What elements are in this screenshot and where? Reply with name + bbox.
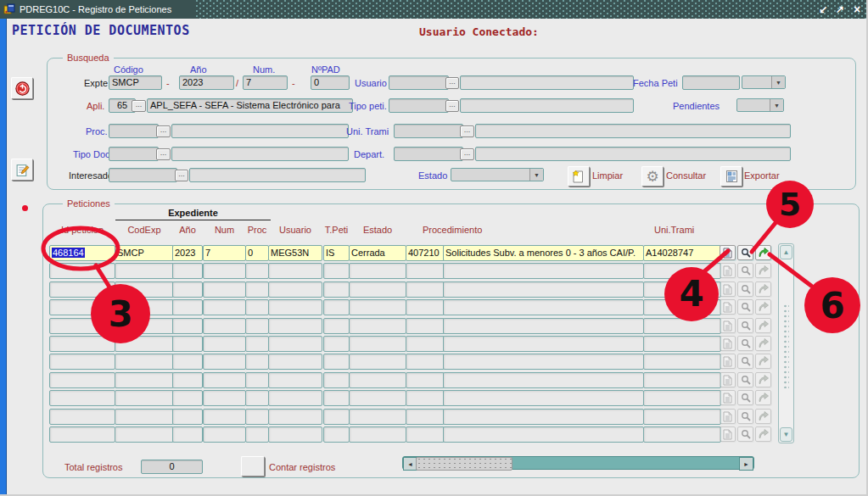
- peticiones-cell-anio[interactable]: [172, 409, 203, 425]
- peticiones-cell-procedimiento[interactable]: [443, 390, 644, 406]
- peticiones-cell-id[interactable]: [49, 318, 115, 334]
- peticiones-cell-codexp[interactable]: [115, 426, 174, 443]
- chevron-down-icon[interactable]: ▼: [529, 169, 543, 181]
- expte-anio-field[interactable]: 2023: [179, 75, 234, 90]
- pendientes-dropdown[interactable]: ▼: [736, 98, 784, 112]
- peticiones-cell-codexp[interactable]: [115, 409, 174, 425]
- peticiones-cell-proc_code[interactable]: [406, 426, 445, 443]
- usuario-code-field[interactable]: [389, 75, 449, 90]
- peticiones-cell-num[interactable]: [203, 426, 246, 443]
- peticiones-cell-uni_trami[interactable]: [643, 263, 721, 279]
- edit-notes-button[interactable]: [11, 159, 33, 181]
- peticiones-cell-id[interactable]: 468164: [49, 245, 115, 261]
- table-horizontal-scrollbar[interactable]: ◄ ►: [402, 456, 754, 470]
- peticiones-cell-num[interactable]: [203, 372, 246, 388]
- peticiones-cell-anio[interactable]: [172, 426, 203, 443]
- peticiones-cell-proc[interactable]: [245, 318, 269, 334]
- row-document-button[interactable]: [720, 245, 736, 260]
- expte-num-field[interactable]: 7: [243, 75, 288, 90]
- peticiones-cell-uni_trami[interactable]: [643, 372, 721, 388]
- peticiones-cell-estado[interactable]: [349, 336, 406, 352]
- peticiones-cell-usuario[interactable]: [268, 299, 322, 315]
- row-document-button[interactable]: [720, 299, 736, 315]
- peticiones-cell-tpeti[interactable]: [323, 318, 350, 334]
- peticiones-cell-id[interactable]: [49, 336, 115, 352]
- depart-lov-button[interactable]: ...: [460, 148, 474, 160]
- peticiones-cell-estado[interactable]: [349, 426, 406, 443]
- peticiones-cell-uni_trami[interactable]: [643, 281, 721, 298]
- peticiones-cell-usuario[interactable]: [268, 390, 322, 406]
- peticiones-cell-estado[interactable]: [349, 299, 406, 315]
- peticiones-cell-uni_trami[interactable]: [643, 426, 721, 443]
- peticiones-cell-estado[interactable]: [349, 281, 406, 298]
- peticiones-cell-proc_code[interactable]: [406, 263, 445, 279]
- peticiones-cell-procedimiento[interactable]: [443, 281, 644, 298]
- peticiones-cell-procedimiento[interactable]: [443, 372, 644, 388]
- peticiones-cell-usuario[interactable]: [268, 426, 322, 443]
- peticiones-cell-codexp[interactable]: SMCP: [115, 245, 174, 261]
- peticiones-cell-proc_code[interactable]: 407210: [406, 245, 445, 261]
- row-go-button[interactable]: [755, 281, 771, 297]
- peticiones-cell-id[interactable]: [49, 281, 115, 298]
- peticiones-cell-proc_code[interactable]: [406, 409, 445, 425]
- row-go-button[interactable]: [755, 354, 771, 369]
- peticiones-cell-estado[interactable]: [349, 372, 406, 388]
- peticiones-cell-procedimiento[interactable]: [443, 426, 644, 443]
- peticiones-cell-id[interactable]: [49, 263, 115, 279]
- peticiones-cell-codexp[interactable]: [115, 390, 174, 406]
- peticiones-cell-tpeti[interactable]: [323, 409, 350, 425]
- peticiones-cell-tpeti[interactable]: [323, 372, 350, 388]
- peticiones-cell-usuario[interactable]: [268, 409, 322, 425]
- peticiones-cell-uni_trami[interactable]: [643, 409, 721, 425]
- peticiones-cell-tpeti[interactable]: [323, 426, 350, 443]
- peticiones-cell-procedimiento[interactable]: [443, 336, 644, 352]
- horizontal-scroll-thumb[interactable]: [416, 457, 512, 471]
- exit-button[interactable]: [11, 77, 33, 99]
- tipo-docu-code-field[interactable]: [109, 147, 159, 161]
- row-document-button[interactable]: [720, 336, 736, 351]
- peticiones-cell-proc[interactable]: [245, 372, 269, 388]
- peticiones-cell-uni_trami[interactable]: [643, 336, 721, 352]
- peticiones-cell-usuario[interactable]: [268, 354, 322, 370]
- consultar-label[interactable]: Consultar: [666, 170, 706, 181]
- peticiones-cell-proc[interactable]: [245, 390, 269, 406]
- peticiones-cell-id[interactable]: [49, 299, 115, 315]
- peticiones-cell-proc_code[interactable]: [406, 336, 445, 352]
- row-detail-button[interactable]: [737, 354, 753, 369]
- row-go-button[interactable]: [755, 426, 771, 442]
- uni-trami-lov-button[interactable]: ...: [460, 125, 474, 137]
- peticiones-cell-proc[interactable]: [245, 354, 269, 370]
- maximize-icon[interactable]: ↗: [833, 3, 847, 16]
- peticiones-cell-num[interactable]: 7: [203, 245, 246, 261]
- peticiones-cell-anio[interactable]: [172, 354, 203, 370]
- tipo-docu-desc-field[interactable]: [171, 147, 349, 161]
- apli-desc-field[interactable]: APL_SEFA - SEFA - Sistema Electrónico pa…: [147, 98, 353, 113]
- peticiones-cell-tpeti[interactable]: [323, 336, 350, 352]
- apli-lov-button[interactable]: ...: [132, 100, 146, 112]
- peticiones-cell-num[interactable]: [203, 318, 246, 334]
- proc-code-field[interactable]: [109, 124, 159, 138]
- row-go-button[interactable]: [755, 336, 771, 351]
- peticiones-cell-num[interactable]: [203, 390, 246, 406]
- peticiones-cell-procedimiento[interactable]: [443, 263, 644, 279]
- peticiones-cell-usuario[interactable]: [268, 372, 322, 388]
- proc-desc-field[interactable]: [171, 124, 349, 138]
- peticiones-cell-tpeti[interactable]: [323, 299, 350, 315]
- peticiones-cell-uni_trami[interactable]: A14028747: [643, 245, 721, 261]
- peticiones-cell-codexp[interactable]: [115, 263, 174, 279]
- peticiones-cell-uni_trami[interactable]: [643, 318, 721, 334]
- expte-npad-field[interactable]: 0: [311, 75, 350, 90]
- peticiones-cell-id[interactable]: [49, 426, 115, 443]
- row-go-button[interactable]: [755, 409, 771, 424]
- limpiar-button[interactable]: [568, 166, 590, 187]
- peticiones-cell-procedimiento[interactable]: [443, 409, 644, 425]
- peticiones-cell-usuario[interactable]: [268, 336, 322, 352]
- depart-desc-field[interactable]: [475, 147, 791, 161]
- peticiones-cell-procedimiento[interactable]: [443, 299, 644, 315]
- peticiones-cell-id[interactable]: [49, 409, 115, 425]
- peticiones-cell-usuario[interactable]: [268, 318, 322, 334]
- peticiones-cell-uni_trami[interactable]: [643, 390, 721, 406]
- peticiones-cell-id[interactable]: [49, 372, 115, 388]
- usuario-lov-button[interactable]: ...: [445, 77, 459, 89]
- expte-codigo-field[interactable]: SMCP: [109, 75, 162, 90]
